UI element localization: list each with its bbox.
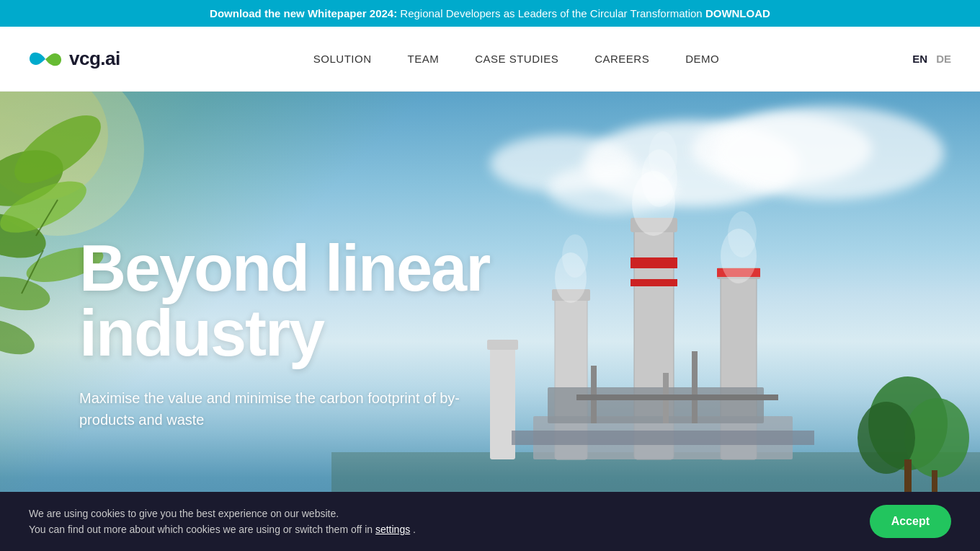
cookie-text: We are using cookies to give you the bes… xyxy=(29,506,416,538)
hero-subtitle: Maximise the value and minimise the carb… xyxy=(79,387,483,431)
svg-rect-13 xyxy=(548,387,764,423)
language-switcher: EN DE xyxy=(912,53,951,65)
svg-rect-14 xyxy=(512,431,814,445)
banner-text: Regional Developers as Leaders of the Ci… xyxy=(400,7,705,19)
svg-point-25 xyxy=(728,211,757,257)
nav-item-case-studies[interactable]: CASE STUDIES xyxy=(475,53,558,66)
cookie-accept-button[interactable]: Accept xyxy=(870,505,951,538)
logo-text: vcg.ai xyxy=(69,48,120,70)
nav-item-solution[interactable]: SOLUTION xyxy=(313,53,372,66)
logo[interactable]: vcg.ai xyxy=(29,48,120,70)
logo-icon xyxy=(29,48,62,70)
nav-item-careers[interactable]: CAREERS xyxy=(594,53,649,66)
lang-de-button[interactable]: DE xyxy=(936,53,951,65)
navbar: vcg.ai SOLUTION TEAM CASE STUDIES CAREER… xyxy=(0,27,980,92)
nav-item-team[interactable]: TEAM xyxy=(407,53,439,66)
hero-content: Beyond linear industry Maximise the valu… xyxy=(0,207,489,431)
hero-title: Beyond linear industry xyxy=(79,236,489,366)
svg-rect-10 xyxy=(490,344,515,459)
lang-en-button[interactable]: EN xyxy=(912,53,927,65)
cookie-settings-link[interactable]: settings xyxy=(375,524,410,535)
svg-rect-11 xyxy=(487,340,518,350)
svg-rect-4 xyxy=(631,279,677,286)
cookie-text-line1: We are using cookies to give you the bes… xyxy=(29,508,339,519)
svg-rect-29 xyxy=(904,459,912,495)
svg-rect-3 xyxy=(631,257,677,268)
hero-section: Beyond linear industry Maximise the valu… xyxy=(0,92,980,546)
cookie-text-end: . xyxy=(413,524,416,535)
svg-rect-18 xyxy=(576,394,778,400)
svg-point-21 xyxy=(649,131,677,182)
top-banner: Download the new Whitepaper 2024: Region… xyxy=(0,0,980,27)
nav-links: SOLUTION TEAM CASE STUDIES CAREERS DEMO xyxy=(313,53,719,66)
banner-download-link[interactable]: DOWNLOAD xyxy=(705,7,770,19)
svg-point-23 xyxy=(562,234,588,278)
nav-item-demo[interactable]: DEMO xyxy=(685,53,719,66)
banner-bold-text: Download the new Whitepaper 2024: xyxy=(210,7,397,19)
svg-rect-16 xyxy=(692,351,698,423)
cookie-banner: We are using cookies to give you the bes… xyxy=(0,492,980,546)
cookie-text-line2: You can find out more about which cookie… xyxy=(29,524,375,535)
